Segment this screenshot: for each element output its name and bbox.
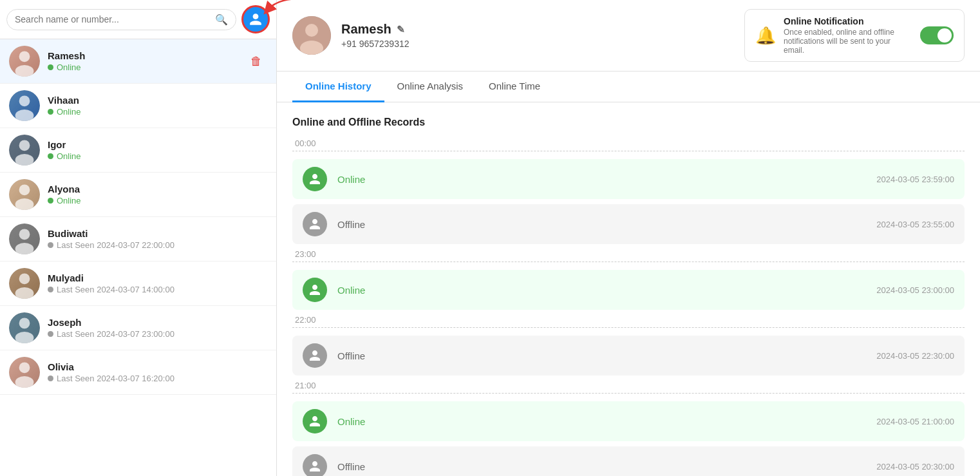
contact-item[interactable]: JosephLast Seen 2024-03-07 23:00:00 <box>0 306 276 350</box>
status-text: Online <box>57 62 81 72</box>
svg-point-4 <box>19 95 30 106</box>
status-dot <box>48 198 53 204</box>
arrow-indicator <box>265 0 303 15</box>
notification-text: Online Notification Once enabled, online… <box>784 16 912 55</box>
record-item: Offline2024-03-05 23:55:00 <box>292 204 965 244</box>
contact-name: Budiwati <box>48 228 267 239</box>
timeline-container[interactable]: Online and Offline Records 00:00Online20… <box>277 102 980 476</box>
contact-avatar <box>292 16 331 55</box>
status-dot <box>48 331 53 337</box>
contact-name: Ramesh <box>48 50 245 61</box>
record-item: Online2024-03-05 23:59:00 <box>292 159 965 199</box>
status-text: Last Seen 2024-03-07 16:20:00 <box>57 374 174 383</box>
main-panel: Ramesh ✎ +91 9657239312 🔔 Online Notific… <box>277 0 980 476</box>
main-header: Ramesh ✎ +91 9657239312 🔔 Online Notific… <box>277 0 980 71</box>
time-divider <box>292 151 965 151</box>
contact-name: Olivia <box>48 361 267 372</box>
contact-item[interactable]: OliviaLast Seen 2024-03-07 16:20:00 <box>0 350 276 395</box>
record-label: Online <box>337 285 876 296</box>
time-label: 22:00 <box>292 315 965 325</box>
tabs: Online HistoryOnline AnalysisOnline Time <box>277 71 980 102</box>
sidebar: 🔍 RameshOnline🗑 <box>0 0 277 476</box>
avatar <box>9 179 40 210</box>
search-icon: 🔍 <box>215 14 228 26</box>
svg-point-16 <box>19 273 30 284</box>
contact-info: IgorOnline <box>48 139 267 161</box>
online-status-icon <box>303 278 327 302</box>
offline-status-icon <box>303 454 327 476</box>
contact-status: Online <box>48 107 267 117</box>
contact-item[interactable]: IgorOnline <box>0 128 276 173</box>
contact-status: Online <box>48 151 267 161</box>
tab-analysis[interactable]: Online Analysis <box>384 71 476 102</box>
contact-name-text: Ramesh <box>341 22 391 37</box>
contact-phone: +91 9657239312 <box>341 39 734 49</box>
section-title: Online and Offline Records <box>277 109 980 138</box>
status-dot <box>48 153 53 159</box>
contact-item[interactable]: VihaanOnline <box>0 84 276 128</box>
record-item: Online2024-03-05 23:00:00 <box>292 270 965 310</box>
contact-name: Joseph <box>48 317 267 328</box>
svg-point-1 <box>19 51 30 62</box>
record-timestamp: 2024-03-05 23:55:00 <box>876 220 954 229</box>
record-item: Online2024-03-05 21:00:00 <box>292 401 965 441</box>
contact-item[interactable]: AlyonaOnline <box>0 173 276 217</box>
contact-status: Online <box>48 62 245 72</box>
record-timestamp: 2024-03-05 23:59:00 <box>876 175 954 184</box>
avatar <box>9 357 40 388</box>
record-timestamp: 2024-03-05 21:00:00 <box>876 417 954 426</box>
time-label: 21:00 <box>292 381 965 390</box>
contact-item[interactable]: MulyadiLast Seen 2024-03-07 14:00:00 <box>0 262 276 306</box>
record-item: Offline2024-03-05 20:30:00 <box>292 446 965 476</box>
avatar-svg <box>292 16 331 55</box>
tab-history[interactable]: Online History <box>292 71 384 102</box>
contact-info: RameshOnline <box>48 50 245 72</box>
contact-status: Last Seen 2024-03-07 23:00:00 <box>48 329 267 339</box>
status-text: Online <box>57 196 81 205</box>
add-user-icon <box>249 12 263 26</box>
tab-time[interactable]: Online Time <box>476 71 553 102</box>
avatar <box>9 224 40 254</box>
time-divider <box>292 327 965 328</box>
main-contact-info: Ramesh ✎ +91 9657239312 <box>341 22 734 49</box>
contact-item[interactable]: RameshOnline🗑 <box>0 39 276 84</box>
search-input[interactable] <box>15 14 215 24</box>
search-input-wrap[interactable]: 🔍 <box>6 9 236 30</box>
contact-info: JosephLast Seen 2024-03-07 23:00:00 <box>48 317 267 339</box>
delete-button[interactable]: 🗑 <box>245 52 267 71</box>
status-dot <box>48 376 53 381</box>
contact-info: BudiwatiLast Seen 2024-03-07 22:00:00 <box>48 228 267 250</box>
add-contact-button[interactable] <box>241 5 270 33</box>
record-label: Online <box>337 416 876 427</box>
notification-toggle[interactable] <box>920 26 954 44</box>
svg-point-19 <box>19 318 30 328</box>
timeline-content: 00:00Online2024-03-05 23:59:00Offline202… <box>277 138 980 476</box>
contact-info: AlyonaOnline <box>48 184 267 205</box>
svg-point-25 <box>305 24 318 37</box>
contact-info: MulyadiLast Seen 2024-03-07 14:00:00 <box>48 272 267 294</box>
time-label: 23:00 <box>292 249 965 259</box>
online-status-icon <box>303 409 327 433</box>
status-dot <box>48 242 53 248</box>
contact-info: OliviaLast Seen 2024-03-07 16:20:00 <box>48 361 267 383</box>
online-status-icon <box>303 167 327 191</box>
notification-description: Once enabled, online and offline notific… <box>784 28 912 55</box>
svg-point-13 <box>19 229 30 240</box>
record-label: Offline <box>337 461 876 472</box>
contact-status: Last Seen 2024-03-07 22:00:00 <box>48 240 267 250</box>
status-text: Online <box>57 107 81 117</box>
contact-name: Igor <box>48 139 267 150</box>
avatar <box>9 268 40 299</box>
edit-name-icon[interactable]: ✎ <box>397 24 405 35</box>
offline-status-icon <box>303 343 327 368</box>
offline-status-icon <box>303 212 327 236</box>
notification-panel: 🔔 Online Notification Once enabled, onli… <box>744 9 965 62</box>
contact-item[interactable]: BudiwatiLast Seen 2024-03-07 22:00:00 <box>0 217 276 262</box>
contact-info: VihaanOnline <box>48 95 267 117</box>
toggle-knob <box>938 28 952 43</box>
record-timestamp: 2024-03-05 23:00:00 <box>876 285 954 295</box>
time-divider <box>292 393 965 394</box>
record-timestamp: 2024-03-05 22:30:00 <box>876 351 954 361</box>
time-divider <box>292 262 965 262</box>
record-label: Offline <box>337 219 876 230</box>
